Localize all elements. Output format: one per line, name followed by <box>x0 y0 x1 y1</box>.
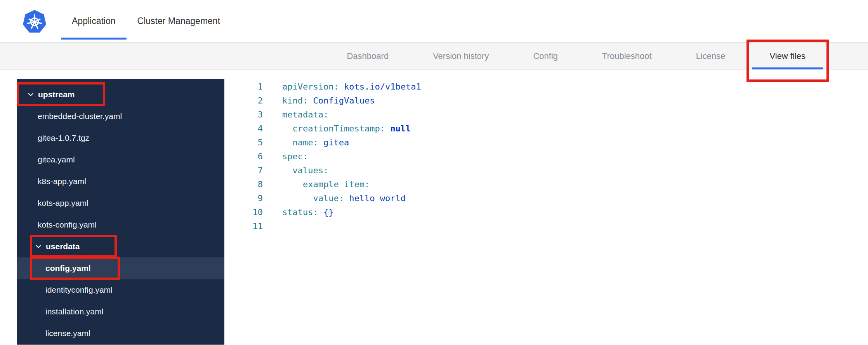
header-tabs: Application Cluster Management <box>61 0 231 42</box>
tree-file-label: gitea-1.0.7.tgz <box>38 133 89 143</box>
code-line: 4 creationTimestamp: null <box>238 122 868 136</box>
tree-file-gitea-yaml[interactable]: gitea.yaml <box>17 149 224 171</box>
code-line: 11 <box>238 219 868 233</box>
tree-folder-upstream[interactable]: upstream <box>17 84 224 105</box>
line-number: 3 <box>238 108 263 122</box>
tree-file-installation-yaml[interactable]: installation.yaml <box>17 301 224 323</box>
chevron-down-icon <box>35 243 42 250</box>
line-number: 5 <box>238 136 263 150</box>
code-line: 6 spec: <box>238 150 868 164</box>
chevron-down-icon <box>27 91 35 98</box>
line-number: 6 <box>238 150 263 164</box>
code-line: 1 apiVersion: kots.io/v1beta1 <box>238 80 868 94</box>
code-line: 2 kind: ConfigValues <box>238 94 868 108</box>
tree-file-label: k8s-app.yaml <box>38 177 86 186</box>
tab-dashboard[interactable]: Dashboard <box>325 43 411 69</box>
tree-file-label: kots-app.yaml <box>38 198 89 208</box>
code-line: 10 status: {} <box>238 205 868 219</box>
tab-license[interactable]: License <box>674 43 748 69</box>
tree-file-label: license.yaml <box>45 329 90 338</box>
app-header: Application Cluster Management <box>0 0 868 43</box>
tab-cluster-management-label: Cluster Management <box>137 16 220 26</box>
tree-file-label: config.yaml <box>45 264 91 273</box>
code-line: 8 example_item: <box>238 178 868 191</box>
tree-file-license-yaml[interactable]: license.yaml <box>17 323 224 344</box>
tree-file-config-yaml[interactable]: config.yaml <box>17 257 224 279</box>
tree-file-label: kots-config.yaml <box>38 220 97 229</box>
tab-cluster-management[interactable]: Cluster Management <box>127 0 231 42</box>
tab-dashboard-label: Dashboard <box>347 51 389 61</box>
code-line: 3 metadata: <box>238 108 868 122</box>
line-number: 8 <box>238 178 263 191</box>
file-editor[interactable]: 1 apiVersion: kots.io/v1beta1 2 kind: Co… <box>224 79 868 345</box>
code-line: 9 value: hello world <box>238 191 868 205</box>
content-area: upstream embedded-cluster.yaml gitea-1.0… <box>17 79 868 345</box>
line-number: 4 <box>238 122 263 136</box>
tab-application-label: Application <box>72 16 116 26</box>
line-number: 1 <box>238 80 263 94</box>
code-line: 5 name: gitea <box>238 136 868 150</box>
tab-troubleshoot[interactable]: Troubleshoot <box>580 43 674 69</box>
tree-file-identityconfig-yaml[interactable]: identityconfig.yaml <box>17 279 224 301</box>
line-number: 11 <box>238 219 263 233</box>
tree-file-kots-config-yaml[interactable]: kots-config.yaml <box>17 214 224 236</box>
tree-file-label: embedded-cluster.yaml <box>38 112 122 121</box>
line-number: 9 <box>238 191 263 205</box>
tree-folder-label: upstream <box>38 90 75 99</box>
line-number: 2 <box>238 94 263 108</box>
tab-view-files-label: View files <box>769 51 806 61</box>
file-tree-sidebar: upstream embedded-cluster.yaml gitea-1.0… <box>17 79 224 345</box>
tab-troubleshoot-label: Troubleshoot <box>602 51 652 61</box>
tab-view-files[interactable]: View files <box>747 43 828 69</box>
tab-version-history[interactable]: Version history <box>411 43 511 69</box>
tab-license-label: License <box>696 51 726 61</box>
line-number: 7 <box>238 164 263 178</box>
tree-file-kots-app-yaml[interactable]: kots-app.yaml <box>17 192 224 214</box>
kubernetes-logo-icon <box>22 9 47 34</box>
code-line: 7 values: <box>238 164 868 178</box>
tree-file-gitea-tgz[interactable]: gitea-1.0.7.tgz <box>17 127 224 149</box>
tab-config-label: Config <box>533 51 558 61</box>
tree-file-label: identityconfig.yaml <box>45 285 113 295</box>
tab-config[interactable]: Config <box>511 43 580 69</box>
tree-file-embedded-cluster-yaml[interactable]: embedded-cluster.yaml <box>17 105 224 127</box>
tree-folder-label: userdata <box>46 242 80 251</box>
line-number: 10 <box>238 205 263 219</box>
tree-file-label: installation.yaml <box>45 307 103 316</box>
tree-file-k8s-app-yaml[interactable]: k8s-app.yaml <box>17 171 224 192</box>
tab-application[interactable]: Application <box>61 0 127 42</box>
app-subnav: Dashboard Version history Config Trouble… <box>0 43 868 70</box>
tree-folder-userdata[interactable]: userdata <box>17 236 224 257</box>
tab-version-history-label: Version history <box>433 51 489 61</box>
kots-admin-console: Application Cluster Management Dashboard… <box>0 0 868 345</box>
tree-file-label: gitea.yaml <box>38 155 75 164</box>
